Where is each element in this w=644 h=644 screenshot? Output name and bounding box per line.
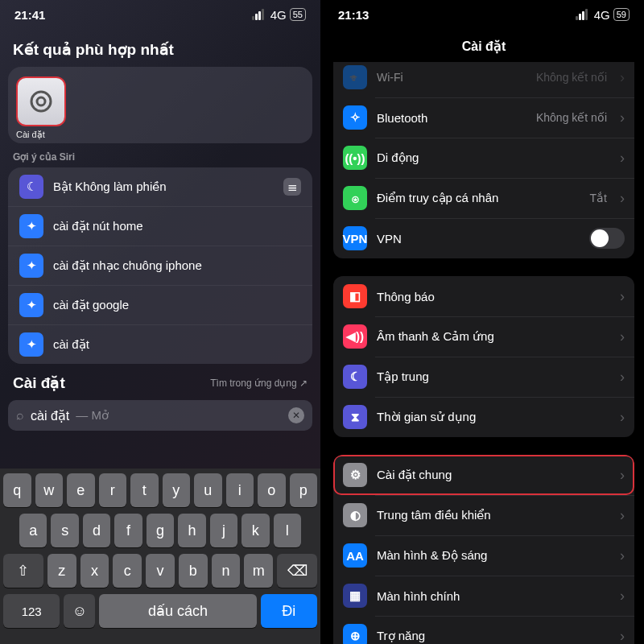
- heading-siri: Gợi ý của Siri: [0, 143, 320, 167]
- toggle[interactable]: [589, 228, 625, 249]
- bt-icon: ✧: [343, 105, 367, 130]
- key-123[interactable]: 123: [3, 594, 60, 628]
- chevron-right-icon: ›: [620, 288, 625, 305]
- key-z[interactable]: z: [47, 554, 76, 588]
- suggestion-row[interactable]: ✦cài đặt google: [8, 285, 312, 324]
- key-j[interactable]: j: [210, 514, 237, 547]
- key-go[interactable]: Đi: [261, 594, 317, 628]
- status-bar: 21:13 4G 59: [324, 0, 644, 29]
- key-w[interactable]: w: [35, 473, 64, 507]
- suggestion-row[interactable]: ✦cài đặt nút home: [8, 206, 312, 246]
- settings-row-bell[interactable]: ◧Thông báo›: [333, 276, 634, 316]
- chevron-right-icon: ›: [620, 507, 625, 524]
- search-field[interactable]: ⌕ cài đặt — Mở ✕: [8, 400, 312, 431]
- key-n[interactable]: n: [212, 554, 241, 588]
- key-o[interactable]: o: [258, 473, 286, 507]
- key-b[interactable]: b: [179, 554, 208, 588]
- heading-settings: Cài đặt: [13, 374, 65, 392]
- key-emoji[interactable]: ☺: [64, 594, 95, 628]
- settings-row-vpn[interactable]: VPNVPN: [333, 218, 634, 258]
- key-f[interactable]: f: [114, 514, 142, 547]
- key-e[interactable]: e: [67, 473, 95, 507]
- suggestion-row[interactable]: ✦cài đặt: [8, 324, 312, 364]
- row-value: Không kết nối: [536, 111, 607, 124]
- key-l[interactable]: l: [274, 514, 301, 547]
- row-label: Trợ năng: [377, 629, 610, 643]
- wifi-icon: ᯤ: [343, 65, 367, 89]
- search-in-app-link[interactable]: Tìm trong ứng dụng ↗: [210, 378, 308, 389]
- settings-row-cell[interactable]: ((•))Di động›: [333, 138, 634, 178]
- settings-row-time[interactable]: ⧗Thời gian sử dụng›: [333, 397, 634, 437]
- chevron-right-icon: ›: [620, 547, 625, 564]
- settings-app-label: Cài đặt: [16, 130, 45, 140]
- chevron-right-icon: ›: [620, 409, 625, 426]
- key-h[interactable]: h: [178, 514, 205, 547]
- spotlight-pane: 21:41 4G 55 Kết quả phù hợp nhất Cài đặt…: [0, 0, 322, 644]
- key-backspace[interactable]: ⌫: [277, 554, 317, 588]
- settings-row-acc[interactable]: ⊕Trợ năng›: [333, 616, 634, 644]
- gear-icon: [25, 85, 57, 118]
- key-d[interactable]: d: [83, 514, 110, 547]
- key-r[interactable]: r: [99, 473, 127, 507]
- chevron-right-icon: ›: [620, 467, 625, 484]
- gen-icon: ⚙: [343, 463, 367, 487]
- svg-point-1: [37, 97, 45, 105]
- sound-icon: ◀)): [343, 324, 367, 349]
- best-match-card[interactable]: Cài đặt: [8, 67, 312, 143]
- key-u[interactable]: u: [194, 473, 222, 507]
- key-v[interactable]: v: [146, 554, 175, 588]
- settings-row-bt[interactable]: ✧BluetoothKhông kết nối›: [333, 97, 634, 138]
- status-time: 21:13: [338, 8, 369, 22]
- key-a[interactable]: a: [19, 514, 47, 547]
- stack-icon[interactable]: ≣: [283, 178, 301, 196]
- settings-app-icon[interactable]: [16, 76, 66, 126]
- settings-group: ◧Thông báo›◀))Âm thanh & Cảm ứng›☾Tập tr…: [333, 276, 634, 437]
- settings-row-sound[interactable]: ◀))Âm thanh & Cảm ứng›: [333, 316, 634, 357]
- cc-icon: ◐: [343, 503, 367, 527]
- key-c[interactable]: c: [113, 554, 142, 588]
- row-label: Thời gian sử dụng: [377, 410, 610, 424]
- keyboard: qwertyuiop asdfghjkl ⇧zxcvbnm⌫ 123 ☺ dấu…: [0, 469, 320, 644]
- key-k[interactable]: k: [242, 514, 269, 547]
- row-label: Tập trung: [377, 369, 610, 384]
- suggestion-row[interactable]: ✦cài đặt nhạc chuông iphone: [8, 246, 312, 285]
- key-m[interactable]: m: [244, 554, 273, 588]
- settings-row-disp[interactable]: AAMàn hình & Độ sáng›: [333, 535, 634, 576]
- row-label: Màn hình & Độ sáng: [377, 548, 610, 563]
- key-t[interactable]: t: [130, 473, 159, 507]
- suggestion-label: Bật Không làm phiền: [53, 180, 167, 194]
- key-q[interactable]: q: [3, 473, 31, 507]
- settings-row-cc[interactable]: ◐Trung tâm điều khiển›: [333, 495, 634, 535]
- suggestion-row[interactable]: ☾Bật Không làm phiền≣: [8, 167, 312, 206]
- safari-icon: ✦: [19, 214, 43, 238]
- key-x[interactable]: x: [80, 554, 109, 588]
- settings-row-focus[interactable]: ☾Tập trung›: [333, 357, 634, 397]
- clear-search-icon[interactable]: ✕: [288, 407, 304, 423]
- settings-row-gen[interactable]: ⚙Cài đặt chung›: [333, 455, 634, 495]
- acc-icon: ⊕: [343, 624, 367, 644]
- safari-icon: ✦: [19, 332, 43, 357]
- key-y[interactable]: y: [163, 473, 191, 507]
- settings-row-hs[interactable]: ⍟Điểm truy cập cá nhânTắt›: [333, 178, 634, 218]
- chevron-right-icon: ›: [620, 369, 625, 386]
- key-space[interactable]: dấu cách: [99, 594, 256, 628]
- safari-icon: ✦: [19, 254, 43, 278]
- status-bar: 21:41 4G 55: [0, 0, 320, 29]
- row-value: Tắt: [590, 192, 607, 204]
- settings-row-home[interactable]: ▦Màn hình chính›: [333, 576, 634, 616]
- key-p[interactable]: p: [290, 473, 318, 507]
- row-label: Cài đặt chung: [377, 468, 610, 482]
- suggestion-label: cài đặt: [53, 337, 89, 352]
- signal-icon: [576, 9, 588, 20]
- key-i[interactable]: i: [226, 473, 254, 507]
- row-label: Di động: [377, 151, 610, 165]
- row-label: Bluetooth: [377, 111, 526, 125]
- key-s[interactable]: s: [51, 514, 78, 547]
- chevron-right-icon: ›: [620, 628, 625, 645]
- time-icon: ⧗: [343, 405, 367, 429]
- key-g[interactable]: g: [147, 514, 174, 547]
- disp-icon: AA: [343, 543, 367, 568]
- settings-row-wifi[interactable]: ᯤWi-FiKhông kết nối›: [333, 62, 634, 97]
- hs-icon: ⍟: [343, 186, 367, 210]
- key-shift[interactable]: ⇧: [3, 554, 43, 588]
